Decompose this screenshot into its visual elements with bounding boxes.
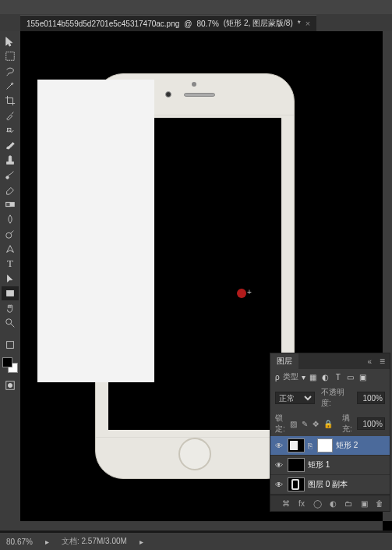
tool-palette: T — [0, 31, 20, 530]
hand-tool-icon[interactable] — [2, 301, 19, 315]
panel-collapse-icon[interactable]: « — [364, 357, 375, 366]
path-select-tool-icon[interactable] — [2, 271, 19, 286]
dodge-tool-icon[interactable] — [2, 227, 19, 241]
panel-tab-bar: 图层 « ≡ — [270, 353, 390, 369]
lock-transparent-icon[interactable]: ▨ — [290, 419, 297, 428]
opacity-input[interactable] — [357, 392, 385, 404]
layer-row[interactable]: 👁 ⎘ 矩形 2 — [270, 436, 390, 456]
fill-input[interactable] — [357, 417, 385, 430]
shape-rectangle-2 — [37, 80, 154, 382]
adjustment-layer-icon[interactable]: ◐ — [327, 498, 338, 509]
layer-name[interactable]: 矩形 1 — [308, 460, 330, 470]
layer-filter-row: ρ 类型 ▾ ▦ ◐ T ▭ ▣ — [270, 369, 390, 385]
phone-home-button — [178, 438, 211, 470]
layer-group-icon[interactable]: 🗀 — [343, 498, 354, 509]
doc-size-value: 2.57M/3.00M — [81, 537, 126, 545]
layer-mask-thumbnail[interactable] — [317, 438, 333, 452]
quick-mask-icon[interactable] — [2, 378, 19, 392]
layer-thumbnail[interactable] — [288, 438, 305, 452]
blur-tool-icon[interactable] — [2, 212, 19, 226]
svg-point-13 — [8, 383, 12, 387]
status-bar: 80.67% ▸ 文档: 2.57M/3.00M ▸ — [0, 533, 392, 550]
svg-rect-7 — [6, 202, 10, 206]
cursor-indicator — [237, 289, 246, 298]
filter-shape-icon[interactable]: ▭ — [346, 372, 355, 381]
stamp-tool-icon[interactable] — [2, 153, 19, 167]
doc-size-label: 文档: — [62, 537, 79, 545]
chevron-down-icon[interactable]: ▾ — [302, 373, 305, 381]
lock-position-icon[interactable]: ✥ — [313, 419, 319, 428]
layers-panel: 图层 « ≡ ρ 类型 ▾ ▦ ◐ T ▭ ▣ 正常 不透明度: 锁定: ▨ ✎… — [270, 353, 390, 512]
layer-row[interactable]: 👁 图层 0 副本 — [270, 475, 390, 495]
tab-at: @ — [184, 20, 192, 28]
rectangle-shape-tool-icon[interactable] — [2, 286, 19, 300]
svg-rect-0 — [6, 52, 15, 61]
link-layers-icon[interactable]: ⌘ — [281, 498, 291, 509]
lasso-tool-icon[interactable] — [2, 64, 19, 78]
layer-thumbnail[interactable] — [288, 477, 305, 491]
filter-smart-icon[interactable]: ▣ — [358, 372, 368, 381]
phone-speaker — [184, 93, 215, 97]
layer-name[interactable]: 图层 0 副本 — [308, 479, 348, 490]
visibility-icon[interactable]: 👁 — [274, 481, 284, 489]
fill-label: 填充: — [342, 413, 352, 435]
new-layer-icon[interactable]: ▣ — [358, 498, 369, 509]
filter-pixel-icon[interactable]: ▦ — [309, 372, 318, 381]
edit-mode-icon[interactable] — [2, 338, 19, 352]
document-tab-bar: 155e0114b559d5d2701e5c45317470ac.png @ 8… — [0, 14, 392, 31]
layer-name[interactable]: 矩形 2 — [336, 440, 358, 451]
heal-tool-icon[interactable] — [2, 123, 19, 137]
color-swatches[interactable] — [2, 357, 18, 373]
app-menu-bar — [0, 0, 392, 14]
delete-layer-icon[interactable]: 🗑 — [374, 498, 385, 509]
gradient-tool-icon[interactable] — [2, 197, 19, 211]
layer-mask-icon[interactable]: ◯ — [312, 498, 323, 509]
move-tool-icon[interactable] — [2, 34, 19, 48]
lock-fill-row: 锁定: ▨ ✎ ✥ 🔒 填充: — [270, 411, 390, 436]
layer-row[interactable]: 👁 矩形 1 — [270, 456, 390, 475]
tab-context: (矩形 2, 图层蒙版/8) — [224, 18, 293, 29]
layer-fx-icon[interactable]: fx — [296, 498, 307, 509]
blend-mode-select[interactable]: 正常 — [275, 392, 315, 404]
opacity-label: 不透明度: — [321, 387, 354, 409]
lock-all-icon[interactable]: 🔒 — [323, 419, 333, 428]
svg-point-5 — [6, 176, 9, 179]
tab-modified: * — [298, 20, 301, 28]
type-tool-icon[interactable]: T — [2, 257, 19, 271]
visibility-icon[interactable]: 👁 — [274, 442, 284, 450]
chevron-right-icon[interactable]: ▸ — [139, 538, 143, 546]
phone-camera — [165, 91, 171, 98]
phone-sensor — [192, 82, 196, 87]
panel-menu-icon[interactable]: ≡ — [375, 356, 390, 367]
layers-tab[interactable]: 图层 — [270, 353, 298, 369]
layer-thumbnail[interactable] — [288, 458, 305, 472]
pen-tool-icon[interactable] — [2, 242, 19, 256]
filter-adjust-icon[interactable]: ◐ — [321, 372, 330, 381]
horizontal-scrollbar[interactable] — [20, 521, 383, 530]
history-brush-tool-icon[interactable] — [2, 168, 19, 182]
lock-pixel-icon[interactable]: ✎ — [302, 419, 308, 428]
layer-list: 👁 ⎘ 矩形 2 👁 矩形 1 👁 图层 0 副本 — [270, 436, 390, 495]
wand-tool-icon[interactable] — [2, 79, 19, 93]
svg-point-4 — [9, 156, 12, 159]
lock-label: 锁定: — [275, 413, 285, 435]
eraser-tool-icon[interactable] — [2, 183, 19, 197]
eyedropper-tool-icon[interactable] — [2, 108, 19, 122]
kind-label: 类型 — [283, 371, 298, 382]
foreground-color[interactable] — [2, 357, 12, 367]
chevron-right-icon[interactable]: ▸ — [45, 538, 49, 546]
layers-panel-footer: ⌘ fx ◯ ◐ 🗀 ▣ 🗑 — [270, 495, 390, 511]
brush-tool-icon[interactable] — [2, 138, 19, 152]
svg-rect-9 — [7, 291, 14, 296]
marquee-tool-icon[interactable] — [2, 49, 19, 63]
svg-point-10 — [6, 319, 12, 325]
blend-opacity-row: 正常 不透明度: — [270, 385, 390, 411]
document-tab[interactable]: 155e0114b559d5d2701e5c45317470ac.png @ 8… — [20, 15, 316, 31]
status-zoom[interactable]: 80.67% — [6, 538, 33, 546]
crop-tool-icon[interactable] — [2, 94, 19, 108]
filter-type-icon[interactable]: T — [334, 372, 343, 381]
visibility-icon[interactable]: 👁 — [274, 461, 284, 470]
zoom-tool-icon[interactable] — [2, 316, 19, 330]
tab-zoom: 80.7% — [196, 20, 218, 28]
close-icon[interactable]: × — [305, 19, 310, 28]
